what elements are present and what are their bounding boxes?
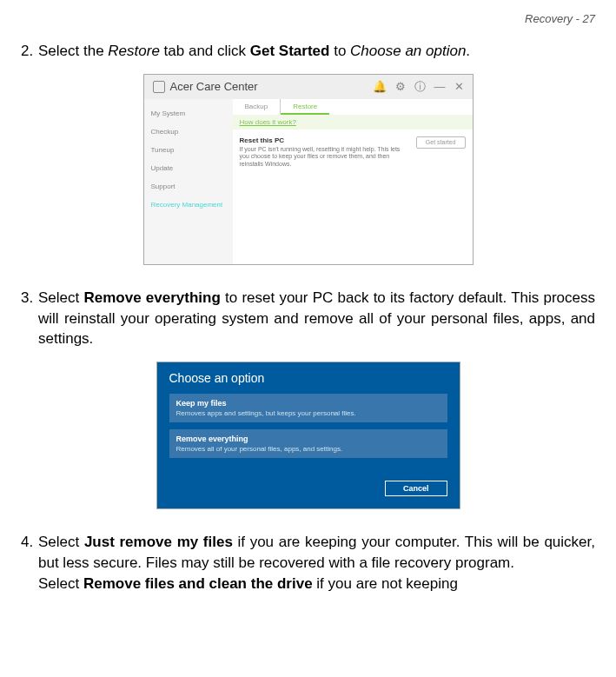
sidebar-item-recovery-management[interactable]: Recovery Management [144, 196, 233, 214]
text: Select [38, 534, 84, 550]
get-started-button[interactable]: Get started [416, 136, 466, 149]
tab-backup[interactable]: Backup [233, 99, 282, 115]
sidebar-item-support[interactable]: Support [144, 177, 233, 196]
tab-row: Backup Restore [233, 99, 473, 115]
step-2: 2. Select the Restore tab and click Get … [21, 41, 595, 62]
reset-pc-title: Reset this PC [240, 136, 409, 144]
info-icon[interactable]: ⓘ [414, 79, 426, 95]
option-keep-my-files[interactable]: Keep my files Removes apps and settings,… [169, 394, 447, 422]
text: if you are not keeping [313, 575, 458, 592]
main-panel: Backup Restore How does it work? Reset t… [233, 99, 473, 264]
gear-icon[interactable]: ⚙ [395, 80, 406, 93]
step-4: 4. Select Just remove my files if you ar… [21, 532, 595, 594]
step-3-text: Select Remove everything to reset your P… [38, 288, 595, 349]
restore-tab-name: Restore [108, 43, 160, 59]
acer-logo-icon [153, 81, 165, 93]
text: Select [38, 575, 83, 592]
choose-an-option-screenshot: Choose an option Keep my files Removes a… [156, 362, 460, 509]
text: tab and click [160, 43, 250, 59]
how-does-it-work-link[interactable]: How does it work? [233, 115, 473, 129]
text: Select [38, 289, 83, 306]
sidebar: My System Checkup Tuneup Update Support … [144, 99, 233, 264]
reset-pc-description: If your PC isn't running well, resetting… [240, 146, 409, 168]
page-header: Recovery - 27 [21, 12, 595, 25]
step-3: 3. Select Remove everything to reset you… [21, 288, 595, 349]
text: . [466, 43, 470, 59]
step-4-text: Select Just remove my files if you are k… [38, 532, 595, 594]
step-4-number: 4. [21, 532, 38, 594]
window-titlebar: Acer Care Center 🔔 ⚙ ⓘ — ✕ [144, 75, 473, 99]
text: Select the [38, 43, 108, 59]
tab-restore[interactable]: Restore [281, 99, 329, 115]
remove-clean-bold: Remove files and clean the drive [83, 575, 313, 592]
choose-option-italic: Choose an option [350, 43, 466, 59]
get-started-bold: Get Started [250, 43, 330, 59]
acer-care-center-screenshot: Acer Care Center 🔔 ⚙ ⓘ — ✕ My System Che… [143, 74, 474, 265]
sidebar-item-update[interactable]: Update [144, 159, 233, 177]
sidebar-item-checkup[interactable]: Checkup [144, 123, 233, 141]
close-icon[interactable]: ✕ [454, 80, 464, 93]
sidebar-item-my-system[interactable]: My System [144, 104, 233, 123]
text: to [329, 43, 350, 59]
reset-pc-section: Reset this PC If your PC isn't running w… [233, 129, 473, 175]
cancel-button[interactable]: Cancel [385, 481, 447, 496]
step-2-number: 2. [21, 41, 38, 62]
step-2-text: Select the Restore tab and click Get Sta… [38, 41, 595, 62]
option-remove-title: Remove everything [176, 435, 440, 443]
option-remove-desc: Removes all of your personal files, apps… [176, 445, 440, 453]
window-title: Acer Care Center [170, 80, 373, 93]
choose-option-title: Choose an option [157, 362, 460, 394]
option-remove-everything[interactable]: Remove everything Removes all of your pe… [169, 429, 447, 458]
step-3-number: 3. [21, 288, 38, 349]
option-keep-desc: Removes apps and settings, but keeps you… [176, 409, 440, 417]
minimize-icon[interactable]: — [434, 80, 446, 93]
remove-everything-bold: Remove everything [83, 289, 220, 306]
option-keep-title: Keep my files [176, 399, 440, 408]
sidebar-item-tuneup[interactable]: Tuneup [144, 141, 233, 159]
bell-icon[interactable]: 🔔 [373, 80, 387, 93]
just-remove-bold: Just remove my files [84, 534, 233, 550]
